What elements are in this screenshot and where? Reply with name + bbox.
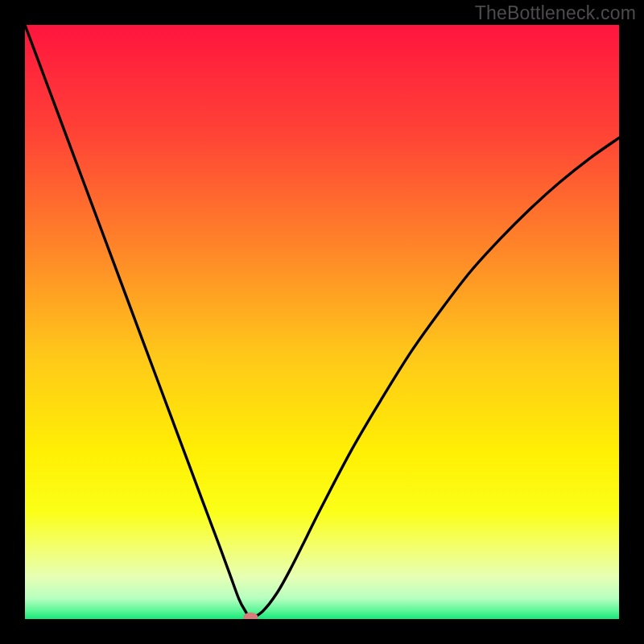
gradient-background xyxy=(25,25,619,619)
watermark-text: TheBottleneck.com xyxy=(475,2,636,24)
bottleneck-chart xyxy=(25,25,619,619)
plot-area xyxy=(25,25,619,619)
chart-frame: TheBottleneck.com xyxy=(0,0,644,644)
